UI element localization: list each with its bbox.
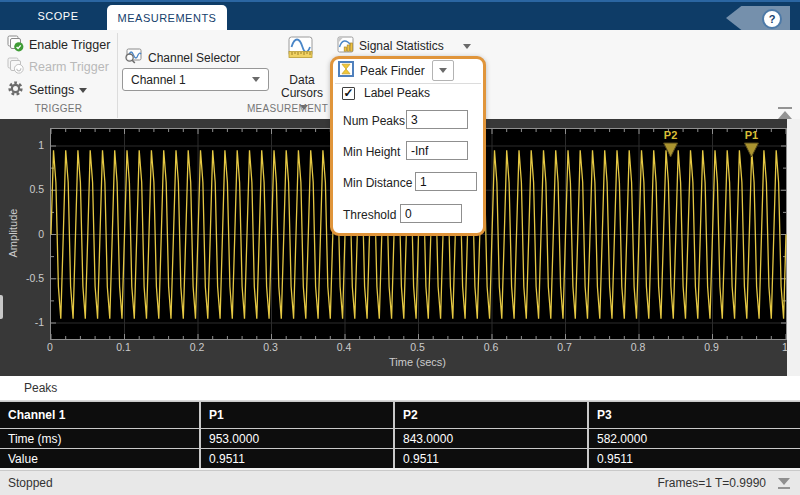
enable-trigger-label: Enable Trigger xyxy=(29,38,110,52)
min-distance-label: Min Distance xyxy=(343,176,412,190)
peaks-table-cell: 843.0000 xyxy=(395,429,587,448)
tab-scope[interactable]: SCOPE xyxy=(20,2,96,30)
rearm-trigger-icon xyxy=(7,57,24,77)
enable-trigger-icon xyxy=(7,35,24,55)
trigger-section-label: TRIGGER xyxy=(0,103,117,114)
x-tick-label: 0.4 xyxy=(322,341,366,353)
x-tick-label: 0.7 xyxy=(543,341,587,353)
y-tick-label: 0 xyxy=(0,228,44,240)
label-peaks-row: ✓ Label Peaks xyxy=(342,86,430,100)
label-peaks-checkbox[interactable]: ✓ xyxy=(342,87,355,100)
threshold-label: Threshold xyxy=(343,208,396,222)
channel-select-value: Channel 1 xyxy=(131,73,252,87)
x-tick-label: 0.6 xyxy=(469,341,513,353)
signal-statistics-button[interactable]: Signal Statistics xyxy=(337,36,471,56)
svg-text:P2: P2 xyxy=(664,129,677,141)
signal-statistics-chevron-down-icon xyxy=(463,44,471,49)
x-tick-label: 0.1 xyxy=(102,341,146,353)
settings-chevron-down-icon xyxy=(79,88,87,93)
peaks-table-cell: 0.9511 xyxy=(589,449,800,468)
peak-finder-label: Peak Finder xyxy=(360,64,425,78)
signal-statistics-label: Signal Statistics xyxy=(359,39,444,53)
peaks-table-row-label: Time (ms) xyxy=(0,429,199,448)
y-tick-label: -1 xyxy=(0,316,44,328)
min-height-input[interactable] xyxy=(406,141,468,160)
data-cursors-label-line1: Data xyxy=(289,73,314,87)
peaks-table: Channel 1 P1 P2 P3 Time (ms) 953.0000 84… xyxy=(0,401,800,468)
x-tick-label: 0.9 xyxy=(690,341,734,353)
help-icon[interactable]: ? xyxy=(762,9,782,29)
frames-time-readout: Frames=1 T=0.9990 xyxy=(657,471,766,495)
x-tick-label: 0.8 xyxy=(616,341,660,353)
collapse-status-icon[interactable] xyxy=(778,478,790,489)
peaks-table-cell: 0.9511 xyxy=(201,449,393,468)
peak-finder-button[interactable]: Peak Finder xyxy=(338,61,425,80)
peak-finder-dropdown-button[interactable] xyxy=(432,60,454,81)
peaks-table-header-p2: P2 xyxy=(395,402,587,428)
channel-selector-icon xyxy=(124,47,143,68)
rearm-trigger-label: Rearm Trigger xyxy=(29,60,109,74)
collapse-triangle-up-icon xyxy=(778,111,792,119)
svg-text:P1: P1 xyxy=(745,129,758,141)
enable-trigger-button[interactable]: Enable Trigger xyxy=(7,35,110,55)
settings-button[interactable]: Settings xyxy=(7,80,87,100)
channel-selector-label: Channel Selector xyxy=(148,51,240,65)
peaks-panel-title: Peaks xyxy=(24,376,57,401)
peak-finder-icon xyxy=(338,61,354,80)
right-panel-strip xyxy=(787,119,800,376)
status-text: Stopped xyxy=(8,471,53,495)
label-peaks-label: Label Peaks xyxy=(364,86,430,100)
peaks-table-cell: 0.9511 xyxy=(395,449,587,468)
channel-selector-label-row: Channel Selector xyxy=(124,47,240,68)
measurement-section-label: MEASUREMENT xyxy=(230,103,345,114)
peaks-table-header-p1: P1 xyxy=(201,402,393,428)
collapse-triangle-down-icon xyxy=(778,478,790,485)
peaks-table-header-p3: P3 xyxy=(589,402,800,428)
y-tick-label: 0.5 xyxy=(0,183,44,195)
settings-gear-icon xyxy=(7,80,24,100)
x-axis-label: Time (secs) xyxy=(50,356,785,368)
peaks-table-row-label: Value xyxy=(0,449,199,468)
rearm-trigger-button[interactable]: Rearm Trigger xyxy=(7,57,109,77)
y-tick-label: -0.5 xyxy=(0,272,44,284)
collapse-bar xyxy=(778,487,790,489)
peaks-table-cell: 953.0000 xyxy=(201,429,393,448)
collapse-plot-toolbar-icon[interactable] xyxy=(778,107,792,119)
threshold-input[interactable] xyxy=(400,204,462,223)
peak-finder-chevron-down-icon xyxy=(439,68,447,73)
min-distance-input[interactable] xyxy=(415,172,477,191)
x-tick-label: 1 xyxy=(763,341,800,353)
signal-statistics-icon xyxy=(337,36,354,56)
peaks-table-header-channel: Channel 1 xyxy=(0,402,199,428)
data-cursors-icon xyxy=(287,47,314,64)
data-cursors-label-line2: Cursors xyxy=(281,86,323,100)
x-tick-label: 0.3 xyxy=(249,341,293,353)
num-peaks-input[interactable] xyxy=(406,110,468,129)
data-cursors-button[interactable] xyxy=(287,36,315,65)
status-bar: Stopped Frames=1 T=0.9990 xyxy=(0,470,800,495)
x-tick-label: 0.5 xyxy=(396,341,440,353)
x-tick-label: 0.2 xyxy=(175,341,219,353)
toolbar-divider xyxy=(117,33,118,118)
settings-label: Settings xyxy=(29,83,74,97)
peaks-table-cell: 582.0000 xyxy=(589,429,800,448)
scope-window: SCOPE MEASUREMENTS ? Enable Trigger Rear… xyxy=(0,0,800,495)
num-peaks-label: Num Peaks xyxy=(343,114,405,128)
peak-finder-panel: Peak Finder ✓ Label Peaks Num Peaks Min … xyxy=(330,56,486,236)
peaks-panel-header: Peaks xyxy=(0,376,800,401)
y-tick-label: 1 xyxy=(0,139,44,151)
collapse-bar xyxy=(778,107,792,109)
min-height-label: Min Height xyxy=(343,145,400,159)
channel-select-chevron-down-icon xyxy=(252,77,260,82)
tab-measurements[interactable]: MEASUREMENTS xyxy=(107,5,227,32)
panel-separator xyxy=(335,83,481,84)
channel-select[interactable]: Channel 1 xyxy=(122,68,269,91)
tab-bar: SCOPE MEASUREMENTS ? xyxy=(0,0,800,30)
x-tick-label: 0 xyxy=(28,341,72,353)
